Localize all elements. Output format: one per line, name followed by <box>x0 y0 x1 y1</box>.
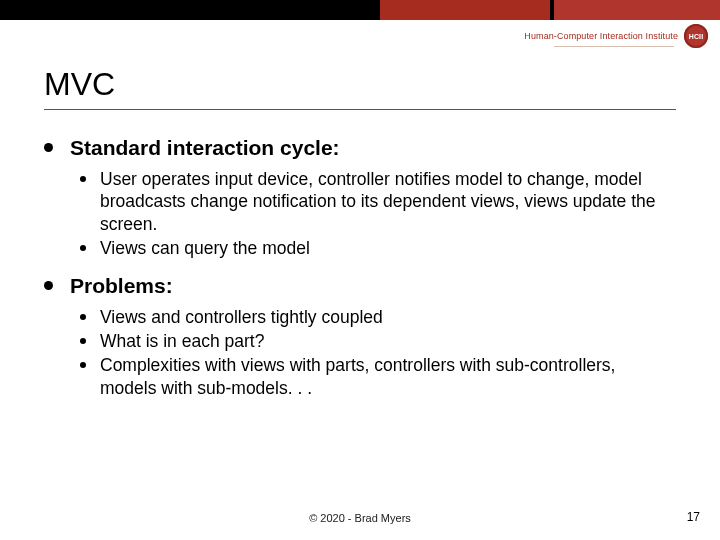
institute-branding: Human-Computer Interaction Institute HCI… <box>524 24 708 48</box>
page-number: 17 <box>687 510 700 524</box>
hcii-logo-icon: HCII <box>684 24 708 48</box>
top-bar <box>0 0 720 20</box>
list-item: What is in each part? <box>70 330 676 352</box>
institute-divider <box>554 46 674 47</box>
bullet-list-level2: User operates input device, controller n… <box>70 168 676 260</box>
list-item: Views can query the model <box>70 237 676 259</box>
institute-label: Human-Computer Interaction Institute <box>524 31 678 41</box>
list-item: User operates input device, controller n… <box>70 168 676 235</box>
top-bar-accent <box>380 0 550 20</box>
list-item: Complexities with views with parts, cont… <box>70 354 676 399</box>
bullet-list-level2: Views and controllers tightly coupled Wh… <box>70 306 676 400</box>
slide-body: MVC Standard interaction cycle: User ope… <box>44 66 676 413</box>
footer-copyright: © 2020 - Brad Myers <box>0 512 720 524</box>
bullet-list-level1: Standard interaction cycle: User operate… <box>44 136 676 399</box>
title-rule <box>44 109 676 110</box>
section-item: Problems: Views and controllers tightly … <box>44 274 676 400</box>
slide-title: MVC <box>44 66 676 103</box>
section-heading: Problems: <box>70 274 173 297</box>
list-item: Views and controllers tightly coupled <box>70 306 676 328</box>
section-heading: Standard interaction cycle: <box>70 136 340 159</box>
top-bar-accent2 <box>554 0 720 20</box>
section-item: Standard interaction cycle: User operate… <box>44 136 676 260</box>
